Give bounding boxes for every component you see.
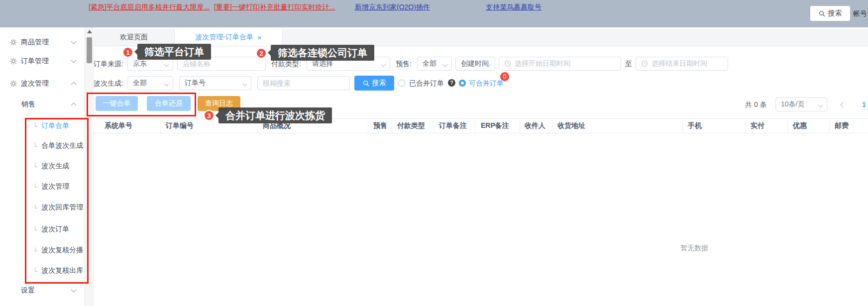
sidebar-group-label: 商品管理 xyxy=(21,38,49,47)
sidebar-group-sales[interactable]: 销售 xyxy=(21,100,76,109)
select-value: 全部 xyxy=(423,59,436,68)
column-header: 预售 xyxy=(368,119,392,133)
topbar-search-button[interactable]: 搜索 xyxy=(810,6,850,21)
search-button[interactable]: 搜索 xyxy=(354,76,394,91)
column-header: 订单备注 xyxy=(434,119,476,133)
sidebar-item-merge-wave-gen[interactable]: └ 合单波次生成 xyxy=(33,141,83,151)
sidebar-group-goods[interactable]: 商品管理 xyxy=(10,37,76,47)
announcement-link-important[interactable]: [重要]一键打印补充批量打印实时统计... xyxy=(214,3,335,12)
scrollbar-thumb[interactable] xyxy=(87,37,92,63)
sidebar-group-label: 销售 xyxy=(21,100,35,109)
sidebar-group-orders[interactable]: 订单管理 xyxy=(10,56,76,66)
wave-generated-select[interactable]: 全部 xyxy=(127,76,173,90)
presale-select[interactable]: 全部 xyxy=(417,57,452,71)
guide-step-badge: 1 xyxy=(122,47,133,58)
mergeable-count-badge: 0 xyxy=(500,72,509,81)
topbar: [紧急]平台底层启用多核并行最大限度... [重要]一键打印补充批量打印实时统计… xyxy=(0,0,868,27)
prev-page-button[interactable] xyxy=(840,102,847,108)
scroll-up-icon[interactable] xyxy=(87,30,92,33)
tab-wave-order-merge[interactable]: 波次管理-订单合单 × xyxy=(175,29,283,46)
branch-icon: └ xyxy=(33,122,37,130)
chevron-down-icon xyxy=(71,57,76,63)
restore-merge-button[interactable]: 合单还原 xyxy=(147,96,191,111)
chevron-down-icon xyxy=(71,287,76,292)
tab-welcome[interactable]: 欢迎页面 xyxy=(94,29,175,46)
clock-icon xyxy=(504,60,511,67)
sidebar-group-settings[interactable]: 设置 xyxy=(21,286,76,296)
search-icon xyxy=(363,80,369,87)
account-label: 帐号: xyxy=(853,9,868,18)
start-date-input[interactable]: 选择开始日期时间 xyxy=(499,57,621,71)
search-field-select[interactable]: 订单号 xyxy=(179,76,251,90)
close-icon[interactable]: × xyxy=(257,34,262,41)
mergeable-orders-label[interactable]: 可合并订单 xyxy=(469,76,504,90)
select-value: 全部 xyxy=(133,79,147,88)
column-header: 系统单号 xyxy=(94,119,161,133)
branch-icon: └ xyxy=(33,267,37,275)
sidebar-scrollbar[interactable] xyxy=(85,27,94,306)
mergeable-orders-radio[interactable] xyxy=(459,80,466,87)
branch-icon: └ xyxy=(33,163,37,170)
sidebar-item-label: 订单合单 xyxy=(41,121,69,130)
current-page-number[interactable]: 1 xyxy=(862,101,866,108)
column-header: 收件人 xyxy=(520,119,552,133)
announcement-link-urgent[interactable]: [紧急]平台底层启用多核并行最大限度... xyxy=(89,3,210,12)
chevron-down-icon xyxy=(242,82,247,87)
question-icon[interactable]: ? xyxy=(448,79,455,87)
end-date-input[interactable]: 选择结束日期时间 xyxy=(636,57,728,71)
column-header: 邮费 xyxy=(830,119,868,133)
chevron-down-icon xyxy=(381,62,386,67)
branch-icon: └ xyxy=(33,226,37,233)
branch-icon: └ xyxy=(33,247,37,254)
sidebar-item-label: 波次复核分播 xyxy=(41,246,83,255)
branch-icon: └ xyxy=(33,204,37,211)
merge-orders-button[interactable]: 一键合单 xyxy=(96,96,138,111)
sidebar-item-wave-manage[interactable]: └ 波次管理 xyxy=(33,182,69,192)
chevron-down-icon xyxy=(443,62,448,67)
column-header: 实付 xyxy=(746,119,788,133)
to-label: 至 xyxy=(625,57,632,71)
sidebar-item-wave-check-out[interactable]: └ 波次复核出库 xyxy=(33,266,83,276)
announcement-link-jddj[interactable]: 新增京东到家(O2O)插件 xyxy=(355,3,430,12)
sidebar-item-wave-return[interactable]: └ 波次回库管理 xyxy=(33,203,83,212)
gear-icon xyxy=(10,58,17,65)
chevron-up-icon xyxy=(71,102,76,108)
guide-step-badge: 2 xyxy=(256,48,267,59)
branch-icon: └ xyxy=(33,183,37,191)
pagination-total: 共 0 条 xyxy=(745,101,767,109)
sidebar-group-waves[interactable]: 波次管理 xyxy=(10,79,76,89)
column-header: 收货地址 xyxy=(552,119,683,133)
sidebar-item-order-merge[interactable]: └ 订单合单 xyxy=(33,121,69,131)
empty-data-text: 暂无数据 xyxy=(680,244,708,253)
sidebar-group-label: 设置 xyxy=(21,286,35,295)
merged-orders-radio[interactable] xyxy=(398,80,405,87)
chevron-down-icon xyxy=(164,82,169,87)
sidebar-item-label: 波次生成 xyxy=(41,162,69,171)
date-placeholder: 选择开始日期时间 xyxy=(515,59,570,68)
sidebar-item-label: 波次回库管理 xyxy=(41,203,83,212)
announcement-link-cainiao[interactable]: 支持菜鸟裹裹取号 xyxy=(486,3,542,12)
select-value: 创建时间 xyxy=(461,59,489,68)
sidebar-item-label: 合单波次生成 xyxy=(41,141,83,150)
sidebar: 商品管理 订单管理 波次管理 销售 └ 订单合单 └ 合单波次生成 └ 波次生成 xyxy=(0,27,85,306)
guide-tooltip: 筛选各连锁公司订单 xyxy=(271,45,374,61)
sidebar-item-label: 波次管理 xyxy=(41,182,69,191)
select-value: 10条/页 xyxy=(781,100,804,109)
sidebar-item-wave-check-sort[interactable]: └ 波次复核分播 xyxy=(33,245,83,255)
select-value: 订单号 xyxy=(185,79,206,88)
sidebar-item-wave-gen[interactable]: └ 波次生成 xyxy=(33,161,69,171)
search-button-label: 搜索 xyxy=(372,79,386,88)
sidebar-item-wave-orders[interactable]: └ 波次订单 xyxy=(33,224,69,234)
sidebar-item-label: 波次复核出库 xyxy=(41,266,83,275)
gear-icon xyxy=(10,80,17,87)
page-size-select[interactable]: 10条/页 xyxy=(775,98,827,111)
select-value: 京东 xyxy=(133,59,147,68)
column-header: ERP备注 xyxy=(476,119,520,133)
search-icon xyxy=(819,10,825,17)
time-type-select[interactable]: 创建时间 xyxy=(455,57,495,71)
fuzzy-search-input[interactable] xyxy=(257,76,350,90)
topbar-search-label: 搜索 xyxy=(828,9,842,18)
merged-orders-label[interactable]: 已合并订单 xyxy=(409,76,444,90)
chevron-down-icon xyxy=(818,103,823,108)
presale-label: 预售: xyxy=(396,57,412,71)
